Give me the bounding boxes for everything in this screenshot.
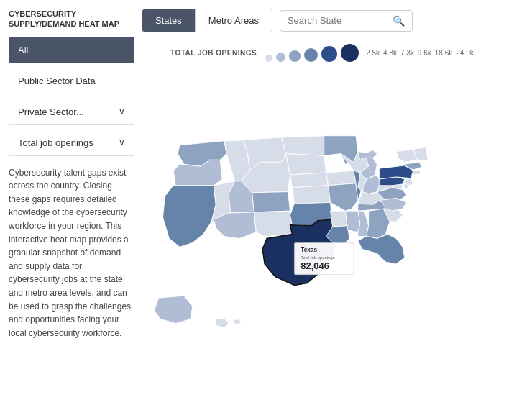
tooltip-group: Texas Total job openings 82,046 <box>294 242 354 274</box>
chevron-down-icon-2: ∨ <box>119 137 125 147</box>
legend-circles <box>265 44 359 62</box>
right-content: States Metro Areas 🔍 TOTAL JOB OPENINGS <box>142 9 523 409</box>
sidebar-btn-total-label: Total job openings <box>18 137 93 148</box>
legend-circle-4 <box>304 48 318 62</box>
main-container: CYBERSECURITY SUPPLY/DEMAND HEAT MAP All… <box>0 0 532 418</box>
sidebar-title: CYBERSECURITY SUPPLY/DEMAND HEAT MAP <box>9 9 134 29</box>
state-nd[interactable] <box>282 136 324 156</box>
chevron-down-icon: ∨ <box>119 106 125 117</box>
legend-val-1: 2.5k <box>366 49 380 57</box>
state-sd[interactable] <box>286 154 326 176</box>
search-box[interactable]: 🔍 <box>280 10 413 32</box>
legend-val-4: 9.6k <box>418 49 431 57</box>
state-ar[interactable] <box>331 211 348 227</box>
sidebar: CYBERSECURITY SUPPLY/DEMAND HEAT MAP All… <box>9 9 134 409</box>
tab-states[interactable]: States <box>142 9 196 32</box>
sidebar-btn-public-label: Public Sector Data <box>18 76 96 86</box>
legend-circle-3 <box>289 50 301 62</box>
legend-circle-6 <box>341 44 359 62</box>
state-hi-2[interactable] <box>233 319 242 324</box>
state-ak[interactable] <box>155 296 193 323</box>
map-area[interactable]: Texas Total job openings 82,046 <box>142 68 523 409</box>
state-ca[interactable] <box>163 186 216 247</box>
legend-val-6: 24.9k <box>456 49 473 57</box>
legend-title: TOTAL JOB OPENINGS <box>170 49 257 57</box>
sidebar-btn-all-label: All <box>18 45 28 55</box>
state-ct[interactable] <box>413 170 421 175</box>
sidebar-btn-all[interactable]: All <box>9 37 134 63</box>
state-fl[interactable] <box>358 235 405 264</box>
legend-val-3: 7.3k <box>400 49 414 57</box>
search-icon: 🔍 <box>393 15 405 27</box>
sidebar-btn-private-label: Private Sector... <box>18 106 84 117</box>
state-nm[interactable] <box>254 211 292 236</box>
legend-circle-2 <box>276 53 285 62</box>
state-co[interactable] <box>252 192 290 212</box>
tooltip-state-label: Texas <box>301 247 317 253</box>
legend: TOTAL JOB OPENINGS 2.5k 4.8k 7.3k 9.6k 1… <box>142 41 523 63</box>
tab-metro-label: Metro Areas <box>208 15 259 26</box>
sidebar-btn-public[interactable]: Public Sector Data <box>9 68 134 94</box>
search-input[interactable] <box>288 15 388 26</box>
tooltip-value: 82,046 <box>301 260 329 271</box>
state-mo[interactable] <box>329 183 358 211</box>
tab-states-label: States <box>155 15 182 26</box>
state-ks[interactable] <box>292 186 330 204</box>
us-map[interactable]: Texas Total job openings 82,046 <box>142 68 523 409</box>
tab-metro[interactable]: Metro Areas <box>196 9 272 32</box>
legend-circle-5 <box>321 46 337 62</box>
state-hi[interactable] <box>216 318 229 327</box>
legend-values: 2.5k 4.8k 7.3k 9.6k 18.6k 24.9k <box>366 49 474 57</box>
state-ia[interactable] <box>326 171 356 186</box>
legend-val-2: 4.8k <box>383 49 397 57</box>
state-ms[interactable] <box>345 211 360 232</box>
legend-circle-1 <box>265 55 272 62</box>
tab-group: States Metro Areas <box>142 9 272 32</box>
state-ne[interactable] <box>290 173 329 188</box>
sidebar-description: Cybersecurity talent gaps exist across t… <box>9 166 134 340</box>
tooltip-job-label: Total job openings <box>301 255 334 260</box>
sidebar-btn-private[interactable]: Private Sector... ∨ <box>9 99 134 125</box>
sidebar-btn-total[interactable]: Total job openings ∨ <box>9 130 134 156</box>
legend-val-5: 18.6k <box>435 49 452 57</box>
top-bar: States Metro Areas 🔍 <box>142 9 523 37</box>
state-mn[interactable] <box>324 136 358 165</box>
